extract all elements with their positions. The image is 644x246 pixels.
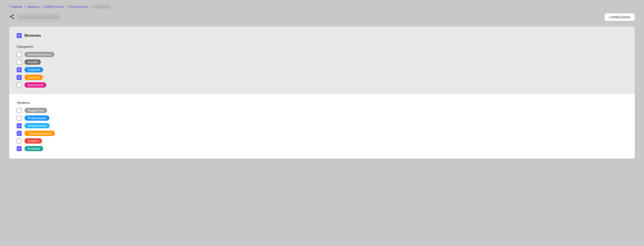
item-checkbox[interactable]: ✓ bbox=[17, 123, 22, 128]
item-badge: Информация bbox=[24, 115, 50, 121]
item-checkbox[interactable] bbox=[17, 108, 22, 113]
list-item: Информация bbox=[17, 115, 627, 121]
svg-line-3 bbox=[11, 17, 12, 18]
gray-section: ✓ Включен Приоритет НезначительныйНизкий… bbox=[9, 27, 635, 94]
list-item: Подробный bbox=[17, 108, 627, 113]
item-checkbox[interactable] bbox=[17, 60, 22, 65]
item-checkbox[interactable]: ✓ bbox=[17, 75, 22, 80]
header-title-blurred bbox=[18, 15, 59, 20]
item-badge: Низкий bbox=[24, 59, 41, 65]
share-icon[interactable] bbox=[9, 14, 14, 20]
header-row: « Notify.Events bbox=[9, 13, 635, 21]
enabled-checkbox[interactable]: ✓ bbox=[17, 33, 22, 38]
item-checkbox[interactable] bbox=[17, 138, 22, 144]
breadcrumb-sep-3: / bbox=[66, 5, 67, 9]
breadcrumb-sep-2: / bbox=[41, 5, 42, 9]
breadcrumb-channels[interactable]: Каналы bbox=[27, 5, 39, 9]
priority-section: Приоритет НезначительныйНизкий✓Средний✓В… bbox=[17, 45, 627, 88]
breadcrumb-home[interactable]: Главная bbox=[9, 5, 22, 9]
item-badge: Средний bbox=[24, 67, 43, 72]
enabled-check-icon: ✓ bbox=[18, 34, 20, 38]
breadcrumb: Главная / Каналы / Notify.Events / Получ… bbox=[9, 5, 635, 9]
breadcrumb-sep-4: / bbox=[90, 5, 90, 9]
item-badge: Уведомление bbox=[24, 123, 50, 128]
enabled-label: Включен bbox=[24, 34, 41, 38]
list-item: Ошибка bbox=[17, 138, 627, 144]
list-item: Незначительный bbox=[17, 52, 627, 57]
item-checkbox[interactable] bbox=[17, 116, 22, 121]
list-item: ✓Предупреждение bbox=[17, 131, 627, 136]
content-area: ✓ Включен Приоритет НезначительныйНизкий… bbox=[9, 27, 635, 159]
notify-events-button[interactable]: « Notify.Events bbox=[604, 13, 635, 21]
item-badge: Незначительный bbox=[24, 52, 54, 57]
breadcrumb-recipients[interactable]: Получатели bbox=[68, 5, 88, 9]
priority-list: НезначительныйНизкий✓Средний✓ВысокийКрит… bbox=[17, 52, 627, 88]
header-left bbox=[9, 14, 59, 20]
item-badge: Подробный bbox=[24, 108, 47, 113]
list-item: ✓Уведомление bbox=[17, 123, 627, 128]
check-icon: ✓ bbox=[18, 124, 20, 128]
priority-section-label: Приоритет bbox=[17, 45, 627, 49]
item-badge: Критичный bbox=[24, 82, 46, 88]
breadcrumb-notify-events[interactable]: Notify.Events bbox=[44, 5, 64, 9]
svg-line-4 bbox=[11, 15, 12, 16]
page-wrapper: Главная / Каналы / Notify.Events / Получ… bbox=[0, 0, 644, 163]
item-checkbox[interactable]: ✓ bbox=[17, 131, 22, 136]
list-item: ✓Высокий bbox=[17, 75, 627, 80]
breadcrumb-current-blurred bbox=[92, 5, 111, 9]
check-icon: ✓ bbox=[18, 68, 20, 72]
list-item: Низкий bbox=[17, 59, 627, 65]
list-item: ✓Успешно bbox=[17, 146, 627, 151]
level-list: ПодробныйИнформация✓Уведомление✓Предупре… bbox=[17, 108, 627, 151]
check-icon: ✓ bbox=[18, 132, 20, 135]
item-badge: Предупреждение bbox=[24, 131, 55, 136]
list-item: ✓Средний bbox=[17, 67, 627, 72]
item-badge: Высокий bbox=[24, 75, 43, 80]
item-badge: Успешно bbox=[24, 146, 43, 151]
check-icon: ✓ bbox=[18, 76, 20, 79]
item-checkbox[interactable] bbox=[17, 83, 22, 88]
item-badge: Ошибка bbox=[24, 138, 42, 144]
item-checkbox[interactable] bbox=[17, 52, 22, 57]
check-icon: ✓ bbox=[18, 147, 20, 150]
item-checkbox[interactable]: ✓ bbox=[17, 67, 22, 72]
level-section-label: Уровень bbox=[17, 101, 627, 105]
breadcrumb-sep-1: / bbox=[24, 5, 25, 9]
enabled-row: ✓ Включен bbox=[17, 33, 627, 38]
item-checkbox[interactable]: ✓ bbox=[17, 146, 22, 151]
list-item: Критичный bbox=[17, 82, 627, 88]
white-section: Уровень ПодробныйИнформация✓Уведомление✓… bbox=[9, 94, 635, 159]
